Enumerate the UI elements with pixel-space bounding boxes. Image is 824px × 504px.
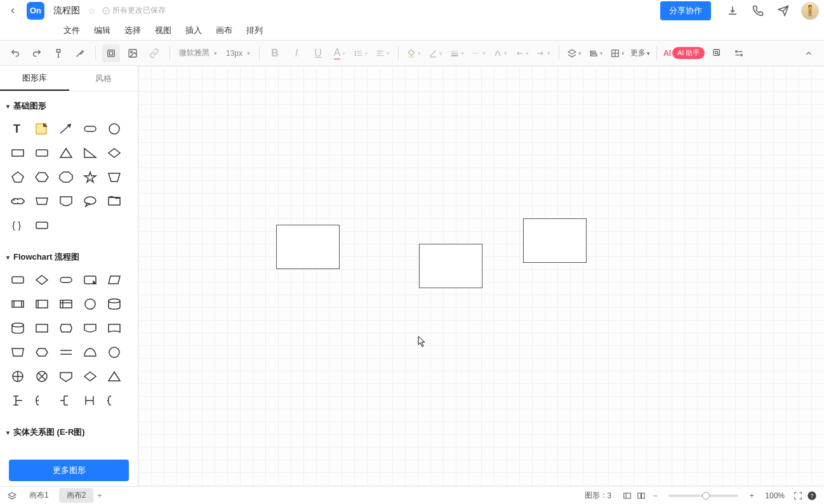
undo-button[interactable]	[6, 44, 24, 62]
sort-shape[interactable]	[79, 366, 102, 387]
stroke-color-button[interactable]	[427, 44, 444, 62]
doc-shape[interactable]	[30, 317, 53, 339]
section-basic-shapes[interactable]: ▾基础图形	[6, 96, 131, 116]
triangle-shape[interactable]	[55, 142, 77, 164]
section-flowchart[interactable]: ▾Flowchart 流程图	[6, 248, 131, 267]
trapezoid-shape[interactable]	[103, 166, 126, 188]
canvas-rectangle[interactable]	[276, 225, 340, 269]
display-shape[interactable]	[79, 317, 102, 339]
arrow-end-button[interactable]	[535, 44, 552, 62]
favorite-icon[interactable]: ☆	[88, 6, 96, 16]
octagon-shape[interactable]	[55, 166, 77, 188]
container-button[interactable]	[102, 44, 120, 62]
menu-insert[interactable]: 插入	[185, 25, 202, 36]
zoom-slider[interactable]	[668, 494, 738, 497]
arrow-shape[interactable]	[55, 118, 77, 140]
preparation-shape[interactable]	[30, 342, 53, 363]
speech-shape[interactable]	[79, 190, 102, 212]
italic-button[interactable]: I	[288, 44, 305, 62]
font-family-select[interactable]: 微软雅黑	[176, 48, 220, 58]
menu-select[interactable]: 选择	[124, 25, 141, 36]
user-avatar[interactable]: 🧍	[801, 2, 819, 20]
xor-shape[interactable]	[30, 366, 53, 387]
document-title[interactable]: 流程图	[53, 5, 80, 17]
rounded-rect-shape[interactable]	[79, 118, 102, 140]
zoom-level[interactable]: 100%	[765, 491, 785, 500]
toolbar-more[interactable]: 更多▾	[630, 48, 650, 58]
back-button[interactable]	[5, 3, 20, 18]
align-objects-button[interactable]	[587, 44, 605, 62]
diamond-shape[interactable]	[103, 142, 126, 164]
connector-button[interactable]	[491, 44, 509, 62]
stroke-width-button[interactable]	[448, 44, 466, 62]
card-shape[interactable]	[30, 215, 53, 236]
shield-shape[interactable]	[55, 190, 77, 212]
predefined-shape[interactable]	[6, 293, 29, 315]
text-shape[interactable]: T	[6, 118, 29, 140]
note-shape[interactable]	[30, 118, 53, 140]
rect-shape[interactable]	[6, 142, 29, 164]
star-shape[interactable]	[79, 166, 102, 188]
section-er[interactable]: ▾实体关系图 (E-R图)	[6, 423, 131, 442]
layer-button[interactable]	[566, 44, 583, 62]
share-button[interactable]: 分享协作	[660, 1, 711, 20]
terminator-shape[interactable]	[55, 269, 77, 291]
brace-shape[interactable]	[103, 390, 126, 411]
sheet-tab-2[interactable]: 画布2	[59, 488, 94, 503]
offpage-shape[interactable]	[55, 366, 77, 387]
annotation2-shape[interactable]	[6, 390, 29, 411]
menu-canvas[interactable]: 画布	[216, 25, 232, 36]
canvas[interactable]	[138, 66, 824, 486]
circle-shape[interactable]	[103, 118, 126, 140]
delay-shape[interactable]	[79, 342, 102, 363]
decision-shape[interactable]	[30, 269, 53, 291]
rect-rounded-shape[interactable]	[30, 142, 53, 164]
underline-button[interactable]: U	[309, 44, 327, 62]
hexagon-shape[interactable]	[30, 166, 53, 188]
or-shape[interactable]	[103, 342, 126, 363]
stroke-style-button[interactable]	[470, 44, 488, 62]
sum-shape[interactable]	[6, 366, 29, 387]
layers-icon[interactable]	[5, 489, 19, 503]
process-shape[interactable]	[6, 269, 29, 291]
fit-width-icon[interactable]	[620, 489, 634, 503]
zoom-in-button[interactable]: +	[745, 489, 759, 503]
database-shape[interactable]	[103, 293, 126, 315]
table-shape[interactable]	[55, 293, 77, 315]
eyedropper-button[interactable]	[71, 44, 89, 62]
sidebar-tab-style[interactable]: 风格	[69, 66, 138, 91]
more-shapes-button[interactable]: 更多图形	[9, 460, 129, 481]
download-icon[interactable]	[725, 3, 740, 18]
brace-left-shape[interactable]	[30, 390, 53, 411]
arrow-start-button[interactable]	[513, 44, 531, 62]
font-color-button[interactable]: A	[331, 44, 349, 62]
redo-button[interactable]	[28, 44, 46, 62]
fit-page-icon[interactable]	[634, 489, 648, 503]
connector-shape[interactable]	[79, 293, 102, 315]
transfer-shape[interactable]	[79, 390, 102, 411]
extract-shape[interactable]	[103, 366, 126, 387]
sheet-tab-1[interactable]: 画布1	[22, 488, 56, 503]
phone-icon[interactable]	[750, 3, 766, 18]
annotation-shape[interactable]	[79, 269, 102, 291]
group-button[interactable]	[609, 44, 627, 62]
find-button[interactable]	[708, 44, 726, 62]
data-shape[interactable]	[103, 269, 126, 291]
fill-color-button[interactable]	[405, 44, 423, 62]
bracket-shape[interactable]	[55, 390, 77, 411]
parallel-shape[interactable]	[55, 342, 77, 363]
ai-assistant-button[interactable]: AI AI 助手	[663, 47, 705, 59]
font-size-select[interactable]: 13px	[223, 49, 253, 58]
menu-view[interactable]: 视图	[155, 25, 171, 36]
parallelogram-shape[interactable]	[30, 190, 53, 212]
image-button[interactable]	[124, 44, 142, 62]
cloud-shape[interactable]	[6, 190, 29, 212]
line-spacing-button[interactable]	[352, 44, 370, 62]
menu-edit[interactable]: 编辑	[94, 25, 110, 36]
zoom-out-button[interactable]: −	[648, 489, 662, 503]
align-button[interactable]	[374, 44, 392, 62]
pentagon-shape[interactable]	[6, 166, 29, 188]
help-icon[interactable]: ?	[805, 489, 819, 503]
menu-arrange[interactable]: 排列	[246, 25, 263, 36]
right-triangle-shape[interactable]	[79, 142, 102, 164]
